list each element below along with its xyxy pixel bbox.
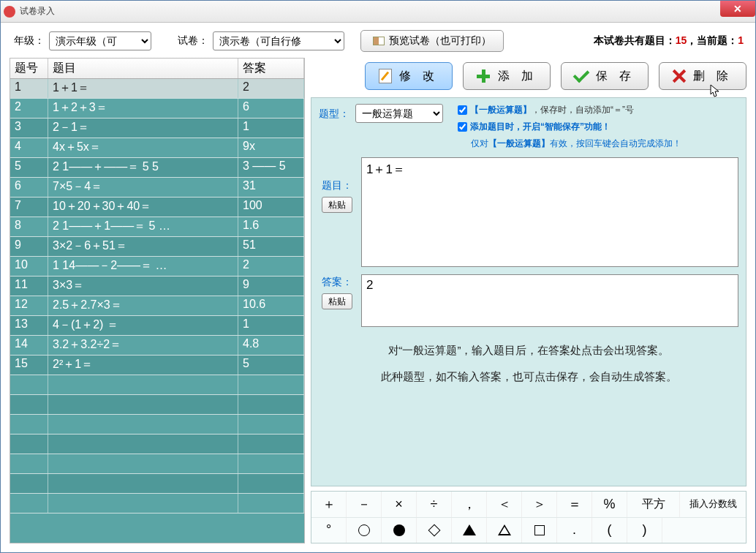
sym-square[interactable]: 平方 [627, 492, 680, 517]
table-row[interactable]: 8 2 1——＋1——＝ 5 …1.6 [10, 217, 304, 237]
chk-auto-equals[interactable]: 【一般运算题】，保存时，自动添加“＝”号 [458, 104, 681, 116]
sym-%[interactable]: % [592, 492, 627, 517]
modify-button[interactable]: 修 改 [365, 62, 453, 90]
sym-.[interactable]: . [557, 518, 592, 543]
book-icon [373, 37, 385, 45]
table-row[interactable]: 32－1＝1 [10, 118, 304, 138]
table-row[interactable] [10, 415, 304, 434]
table-row[interactable]: 113×3＝9 [10, 276, 304, 296]
sym-＜[interactable]: ＜ [487, 492, 522, 517]
tips-text: 对“一般运算题”，输入题目后，在答案处点击会出现答案。 此种题型，如不输入答案，… [319, 334, 738, 393]
sym-，[interactable]: ， [452, 492, 487, 517]
window-title: 试卷录入 [20, 5, 55, 18]
type-label: 题型： [319, 104, 349, 121]
header-num: 题号 [10, 59, 48, 78]
table-body[interactable]: 11＋1＝221＋2＋3＝632－1＝144x＋5x＝9x5 2 1——＋——＝… [10, 79, 304, 543]
answer-label: 答案： [322, 276, 352, 289]
add-button[interactable]: 添 加 [463, 62, 551, 90]
sym-square-outline[interactable] [522, 518, 557, 543]
chk-smart-save[interactable]: 添加题目时，开启“智能保存”功能！ [458, 121, 681, 133]
table-row[interactable] [10, 375, 304, 395]
table-header: 题号 题目 答案 [10, 59, 304, 79]
close-button[interactable]: ✕ [720, 1, 755, 17]
sym-÷[interactable]: ÷ [417, 492, 452, 517]
check-icon [572, 67, 589, 83]
titlebar: 试卷录入 ✕ [1, 1, 755, 23]
table-row[interactable]: 143.2＋3.2÷2＝4.8 [10, 336, 304, 356]
sym-degree[interactable]: ° [311, 518, 347, 543]
x-icon [673, 69, 686, 83]
sym-circle-outline[interactable] [347, 518, 382, 543]
answer-input[interactable] [361, 274, 738, 327]
table-row[interactable]: 134－(1＋2) ＝1 [10, 316, 304, 336]
question-label: 题目： [322, 179, 352, 192]
table-row[interactable]: 710＋20＋30＋40＝100 [10, 198, 304, 217]
type-select[interactable]: 一般运算题 [355, 104, 443, 123]
table-row[interactable] [10, 474, 304, 494]
sym-([interactable]: ( [592, 518, 627, 543]
question-input[interactable] [361, 157, 738, 267]
top-toolbar: 年级： 演示年级（可 试卷： 演示卷（可自行修 预览试卷（也可打印） 本试卷共有… [1, 23, 755, 58]
chk-hint: 仅对【一般运算题】有效，按回车键会自动完成添加！ [471, 138, 681, 150]
edit-icon [379, 69, 392, 83]
paper-select[interactable]: 演示卷（可自行修 [213, 31, 344, 50]
preview-label: 预览试卷（也可打印） [389, 34, 491, 48]
sym-)[interactable]: ) [627, 518, 662, 543]
paste-answer-button[interactable]: 粘贴 [322, 293, 352, 309]
grade-select[interactable]: 演示年级（可 [49, 31, 151, 50]
save-button[interactable]: 保 存 [561, 62, 649, 90]
sym-triangle-outline[interactable] [487, 518, 522, 543]
paste-question-button[interactable]: 粘贴 [322, 197, 352, 213]
table-row[interactable]: 44x＋5x＝9x [10, 138, 304, 158]
grade-label: 年级： [14, 34, 45, 48]
table-row[interactable] [10, 434, 304, 454]
paper-label: 试卷： [178, 34, 208, 48]
plus-icon [476, 69, 491, 83]
sym-＝[interactable]: ＝ [557, 492, 592, 517]
sym-＞[interactable]: ＞ [522, 492, 557, 517]
sym-×[interactable]: × [382, 492, 417, 517]
table-row[interactable]: 122.5＋2.7×3＝10.6 [10, 296, 304, 316]
app-icon [4, 6, 15, 18]
sym-＋[interactable]: ＋ [311, 492, 347, 517]
form-panel: 题型： 一般运算题 【一般运算题】，保存时，自动添加“＝”号 添加题目时，开启“… [311, 97, 746, 486]
table-row[interactable] [10, 454, 304, 474]
table-row[interactable]: 93×2－6＋51＝51 [10, 237, 304, 257]
action-buttons: 修 改 添 加 保 存 删 除 [311, 58, 746, 93]
symbol-bar: ＋－×÷，＜＞＝% 平方插入分数线 °.() [311, 491, 746, 543]
question-table: 题号 题目 答案 11＋1＝221＋2＋3＝632－1＝144x＋5x＝9x5 … [10, 58, 305, 543]
preview-button[interactable]: 预览试卷（也可打印） [360, 30, 504, 52]
table-row[interactable]: 67×5－4＝31 [10, 178, 304, 198]
table-row[interactable]: 10 1 14——－2——＝ …2 [10, 257, 304, 276]
delete-button[interactable]: 删 除 [659, 62, 746, 90]
header-question: 题目 [48, 59, 238, 78]
table-row[interactable]: 5 2 1——＋——＝ 5 5 3 —— 5 [10, 158, 304, 178]
table-row[interactable] [10, 395, 304, 415]
sym-diamond[interactable] [417, 518, 452, 543]
table-row[interactable]: 21＋2＋3＝6 [10, 99, 304, 118]
header-answer: 答案 [238, 59, 304, 78]
sym-circle-fill[interactable] [382, 518, 417, 543]
stats-text: 本试卷共有题目：15，当前题：1 [594, 34, 746, 48]
sym-－[interactable]: － [347, 492, 382, 517]
table-row[interactable] [10, 494, 304, 514]
sym-insert-fraction[interactable]: 插入分数线 [680, 492, 746, 517]
table-row[interactable]: 152²＋1＝5 [10, 356, 304, 375]
sym-triangle-fill[interactable] [452, 518, 487, 543]
table-row[interactable]: 11＋1＝2 [10, 79, 304, 99]
